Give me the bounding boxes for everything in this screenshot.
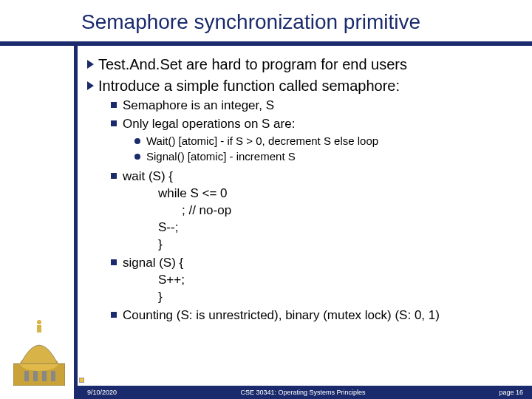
bullet-text: Counting (S: is unrestricted), binary (m… <box>123 308 440 322</box>
content-area: Test.And.Set are hard to program for end… <box>87 55 517 324</box>
square-icon <box>111 312 117 318</box>
bullet-text: Only legal operations on S are: <box>123 117 295 131</box>
vertical-rule <box>74 41 78 399</box>
dot-icon <box>134 154 140 160</box>
code-text: wait (S) { <box>123 169 173 183</box>
bullet-text: Wait() [atomic] - if S > 0, decrement S … <box>146 134 378 147</box>
dome-logo <box>13 319 65 386</box>
slide: Semaphore synchronization primitive Test… <box>0 0 532 399</box>
bullet-level2: Counting (S: is unrestricted), binary (m… <box>111 307 517 324</box>
svg-rect-7 <box>51 371 55 381</box>
code-line: while S <= 0 <box>158 185 517 202</box>
bullet-level2: Only legal operations on S are: <box>111 116 517 133</box>
bullet-level1: Test.And.Set are hard to program for end… <box>87 55 517 75</box>
bullet-level1: Introduce a simple function called semap… <box>87 76 517 96</box>
code-line: } <box>158 289 517 306</box>
accent-box <box>79 378 84 383</box>
code-line: S++; <box>158 272 517 289</box>
svg-rect-5 <box>33 371 38 381</box>
svg-rect-4 <box>24 371 29 381</box>
code-line: ; // no-op <box>182 202 517 219</box>
bullet-text: Signal() [atomic] - increment S <box>146 150 296 163</box>
square-icon <box>111 120 117 126</box>
footer-bar: 9/10/2020 CSE 30341: Operating Systems P… <box>74 386 532 399</box>
horizontal-rule <box>0 41 532 46</box>
bullet-text: Introduce a simple function called semap… <box>98 78 400 94</box>
bullet-level2: Semaphore is an integer, S <box>111 98 517 115</box>
bullet-level3: Wait() [atomic] - if S > 0, decrement S … <box>134 134 517 149</box>
bullet-text: Semaphore is an integer, S <box>123 98 274 112</box>
bullet-level2: wait (S) { <box>111 168 517 185</box>
slide-title: Semaphore synchronization primitive <box>81 10 420 34</box>
svg-rect-2 <box>37 325 41 332</box>
svg-point-3 <box>37 320 41 324</box>
triangle-icon <box>87 81 94 90</box>
bullet-level2: signal (S) { <box>111 255 517 272</box>
square-icon <box>111 102 117 108</box>
svg-rect-6 <box>42 371 47 381</box>
code-line: S--; <box>158 219 517 236</box>
dot-icon <box>134 138 140 144</box>
footer-page: page 16 <box>499 389 523 396</box>
footer-course: CSE 30341: Operating Systems Principles <box>74 389 532 396</box>
bullet-text: Test.And.Set are hard to program for end… <box>98 56 407 72</box>
triangle-icon <box>87 60 94 69</box>
code-text: signal (S) { <box>123 256 183 270</box>
bullet-level3: Signal() [atomic] - increment S <box>134 149 517 164</box>
code-line: } <box>158 236 517 253</box>
square-icon <box>111 173 117 179</box>
square-icon <box>111 259 117 265</box>
